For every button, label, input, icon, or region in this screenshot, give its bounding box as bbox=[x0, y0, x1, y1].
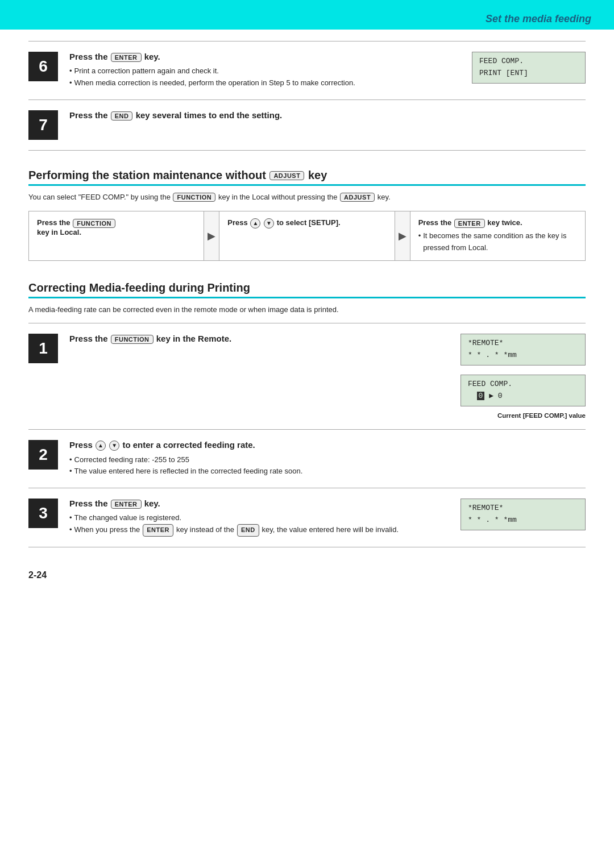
function-key-flow: FUNCTION bbox=[73, 219, 115, 228]
flow-box-2-title: Press ▲ ▼ to select [SETUP]. bbox=[227, 218, 386, 229]
adjust-key-badge-desc: ADJUST bbox=[340, 193, 375, 202]
step1-lcd2: FEED COMP. 0 ▶ 0 bbox=[460, 375, 586, 406]
flow-box-3-body: It becomes the same condition as the key… bbox=[418, 230, 577, 254]
station-section: Performing the station maintenance witho… bbox=[28, 169, 586, 261]
correcting-step-2-body: Corrected feeding rate: -255 to 255 The … bbox=[69, 454, 586, 478]
step1-lcd-label: Current [FEED COMP.] value bbox=[497, 412, 586, 419]
correcting-step-3-body: The changed value is registered. When yo… bbox=[69, 512, 438, 536]
step-6-body: Print a correction pattern again and che… bbox=[69, 65, 438, 89]
correcting-section: Correcting Media-feeding during Printing… bbox=[28, 281, 586, 547]
step-7-number: 7 bbox=[28, 110, 58, 140]
correcting-step-2-number: 2 bbox=[28, 440, 58, 470]
correcting-step-1-content: Press the FUNCTION key in the Remote. bbox=[69, 334, 438, 347]
end-key-badge: END bbox=[111, 111, 133, 121]
station-desc: You can select "FEED COMP." by using the… bbox=[28, 193, 586, 202]
step-6-content: Press the ENTER key. Print a correction … bbox=[69, 52, 438, 89]
step-6-number: 6 bbox=[28, 52, 58, 81]
enter-key-inline: ENTER bbox=[143, 524, 173, 537]
function-key-step1: FUNCTION bbox=[111, 335, 154, 344]
down-arrow-step2: ▼ bbox=[109, 441, 119, 451]
correcting-step-2-content: Press ▲ ▼ to enter a corrected feeding r… bbox=[69, 440, 586, 478]
enter-key-badge: ENTER bbox=[111, 53, 142, 62]
end-key-inline: END bbox=[237, 524, 259, 537]
correcting-step-1-display: *REMOTE* * * . * *mm FEED COMP. 0 ▶ 0 Cu… bbox=[449, 334, 586, 418]
step-6-display: FEED COMP. PRINT [ENT] bbox=[449, 52, 586, 84]
step-3-bullet-2: When you press the ENTER key instead of … bbox=[69, 524, 438, 537]
step-3-bullet-1: The changed value is registered. bbox=[69, 512, 438, 524]
function-key-badge-desc: FUNCTION bbox=[173, 193, 215, 202]
correcting-desc: A media-feeding rate can be corrected ev… bbox=[28, 305, 586, 314]
step-6-bullet-1: Print a correction pattern again and che… bbox=[69, 65, 438, 77]
flow-arrow-2: ▶ bbox=[395, 211, 410, 260]
enter-key-step3: ENTER bbox=[111, 500, 142, 509]
step-6-title: Press the ENTER key. bbox=[69, 52, 438, 62]
step-7-title: Press the END key several times to end t… bbox=[69, 110, 586, 121]
step-6-lcd: FEED COMP. PRINT [ENT] bbox=[472, 52, 586, 84]
correcting-step-1-title: Press the FUNCTION key in the Remote. bbox=[69, 334, 438, 344]
top-bar: Set the media feeding bbox=[0, 0, 614, 30]
page-content: 6 Press the ENTER key. Print a correctio… bbox=[0, 30, 614, 603]
flow-box-2: Press ▲ ▼ to select [SETUP]. bbox=[219, 211, 395, 260]
step1-lcd1: *REMOTE* * * . * *mm bbox=[460, 334, 586, 366]
correcting-step-1-row: 1 Press the FUNCTION key in the Remote. … bbox=[28, 323, 586, 429]
page-number: 2-24 bbox=[28, 570, 586, 580]
correcting-step-3-display: *REMOTE* * * . * *mm bbox=[449, 499, 586, 530]
step-6-row: 6 Press the ENTER key. Print a correctio… bbox=[28, 41, 586, 99]
step3-lcd1: *REMOTE* * * . * *mm bbox=[460, 499, 586, 530]
correcting-underline bbox=[28, 297, 586, 298]
correcting-step-3-content: Press the ENTER key. The changed value i… bbox=[69, 499, 438, 536]
step-7-row: 7 Press the END key several times to end… bbox=[28, 99, 586, 151]
correcting-heading: Correcting Media-feeding during Printing bbox=[28, 281, 586, 294]
correcting-step-1-number: 1 bbox=[28, 334, 58, 363]
correcting-step-2-row: 2 Press ▲ ▼ to enter a corrected feeding… bbox=[28, 429, 586, 488]
feed-comp-highlight: 0 bbox=[477, 392, 485, 400]
page-title: Set the media feeding bbox=[486, 13, 591, 25]
correcting-step-3-title: Press the ENTER key. bbox=[69, 499, 438, 509]
flow-box-1-title: Press the FUNCTION key in Local. bbox=[37, 218, 196, 236]
step-2-bullet-1: Corrected feeding rate: -255 to 255 bbox=[69, 454, 586, 466]
flow-arrow-1: ▶ bbox=[204, 211, 219, 260]
correcting-step-2-title: Press ▲ ▼ to enter a corrected feeding r… bbox=[69, 440, 586, 451]
station-heading: Performing the station maintenance witho… bbox=[28, 169, 586, 182]
flow-box-3-title: Press the ENTER key twice. bbox=[418, 218, 577, 228]
up-arrow-flow: ▲ bbox=[250, 218, 260, 229]
flow-box-1: Press the FUNCTION key in Local. bbox=[29, 211, 204, 260]
up-arrow-step2: ▲ bbox=[96, 441, 106, 451]
correcting-step-3-row: 3 Press the ENTER key. The changed value… bbox=[28, 488, 586, 547]
enter-key-flow: ENTER bbox=[454, 219, 485, 228]
step-6-bullet-2: When media correction is needed, perform… bbox=[69, 77, 438, 89]
station-underline bbox=[28, 184, 586, 186]
flow-box-3: Press the ENTER key twice. It becomes th… bbox=[410, 211, 585, 260]
step-7-content: Press the END key several times to end t… bbox=[69, 110, 586, 124]
correcting-step-3-number: 3 bbox=[28, 499, 58, 528]
adjust-key-badge-title: ADJUST bbox=[269, 171, 304, 180]
flow-diagram: Press the FUNCTION key in Local. ▶ Press… bbox=[28, 211, 586, 261]
down-arrow-flow: ▼ bbox=[264, 218, 274, 229]
step-2-bullet-2: The value entered here is reflected in t… bbox=[69, 466, 586, 477]
